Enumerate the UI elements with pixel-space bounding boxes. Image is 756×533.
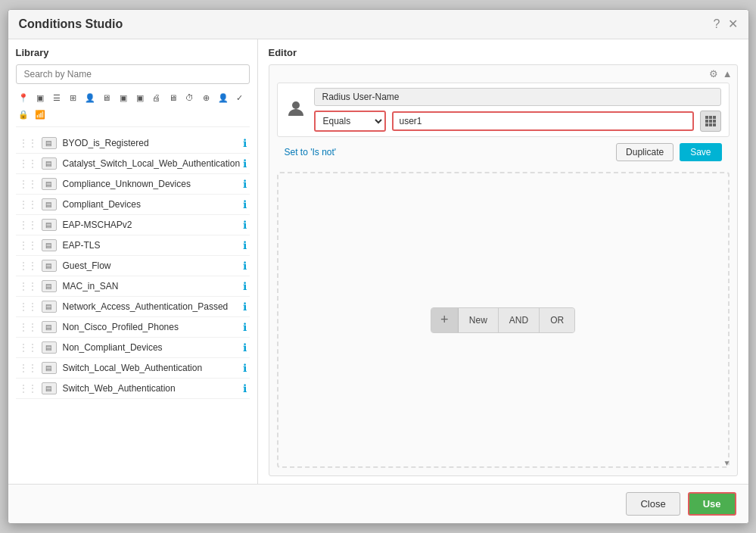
new-button[interactable]: New bbox=[459, 308, 499, 332]
info-icon[interactable]: ℹ bbox=[243, 157, 247, 170]
conditions-studio-dialog: Conditions Studio ? ✕ Library 📍 ▣ ☰ ⊞ 👤 … bbox=[8, 9, 749, 524]
list-item[interactable]: ⋮⋮ ▤ Guest_Flow ℹ bbox=[16, 256, 250, 276]
save-button[interactable]: Save bbox=[680, 143, 721, 161]
info-icon[interactable]: ℹ bbox=[243, 239, 247, 251]
list-item[interactable]: ⋮⋮ ▤ EAP-MSCHAPv2 ℹ bbox=[16, 215, 250, 235]
filter-list-icon[interactable]: ☰ bbox=[49, 90, 64, 105]
equals-select[interactable]: Equals Not Equals Contains Starts With E… bbox=[314, 111, 386, 132]
item-name: Network_Access_Authentication_Passed bbox=[63, 301, 243, 312]
editor-dashed-area: + New AND OR bbox=[277, 172, 730, 468]
duplicate-button[interactable]: Duplicate bbox=[616, 143, 674, 161]
add-plus-button[interactable]: + bbox=[431, 308, 459, 332]
library-label: Library bbox=[16, 47, 250, 58]
filter-box-icon[interactable]: ▣ bbox=[132, 90, 148, 105]
filter-square-icon[interactable]: ▣ bbox=[116, 90, 131, 105]
info-icon[interactable]: ℹ bbox=[243, 280, 247, 292]
item-icon: ▤ bbox=[42, 219, 57, 231]
list-item[interactable]: ⋮⋮ ▤ Switch_Web_Authentication ℹ bbox=[16, 379, 250, 399]
use-button[interactable]: Use bbox=[688, 492, 736, 516]
action-buttons: Duplicate Save bbox=[616, 143, 721, 161]
editor-label: Editor bbox=[269, 47, 738, 58]
help-icon[interactable]: ? bbox=[714, 18, 720, 30]
list-item[interactable]: ⋮⋮ ▤ Non_Cisco_Profiled_Phones ℹ bbox=[16, 317, 250, 338]
info-icon[interactable]: ℹ bbox=[243, 362, 247, 374]
or-button[interactable]: OR bbox=[540, 308, 574, 332]
svg-rect-4 bbox=[705, 120, 708, 123]
item-icon: ▤ bbox=[42, 362, 57, 374]
settings-icon[interactable]: ⚙ bbox=[709, 68, 718, 79]
svg-rect-9 bbox=[713, 123, 716, 126]
close-icon[interactable]: ✕ bbox=[728, 18, 738, 30]
item-icon: ▤ bbox=[42, 321, 57, 333]
filter-time-icon[interactable]: ⏱ bbox=[182, 90, 198, 105]
filter-monitor-icon[interactable]: 🖥 bbox=[99, 90, 114, 105]
list-item[interactable]: ⋮⋮ ▤ Catalyst_Switch_Local_Web_Authentic… bbox=[16, 154, 250, 174]
collapse-icon[interactable]: ▲ bbox=[723, 68, 733, 79]
list-item[interactable]: ⋮⋮ ▤ MAC_in_SAN ℹ bbox=[16, 276, 250, 297]
filter-user-icon[interactable]: 👤 bbox=[82, 90, 98, 105]
library-list: ⋮⋮ ▤ BYOD_is_Registered ℹ ⋮⋮ ▤ Catalyst_… bbox=[16, 133, 250, 476]
editor-panel: Editor ⚙ ▲ Radius User-Na bbox=[258, 39, 748, 484]
filter-printer-icon[interactable]: 🖨 bbox=[149, 90, 164, 105]
item-icon: ▤ bbox=[42, 301, 57, 313]
close-button[interactable]: Close bbox=[626, 492, 680, 516]
radius-label: Radius User-Name bbox=[314, 88, 721, 106]
scroll-down-icon[interactable]: ▼ bbox=[720, 456, 734, 469]
item-icon: ▤ bbox=[42, 198, 57, 210]
info-icon[interactable]: ℹ bbox=[243, 341, 247, 354]
header-icons: ? ✕ bbox=[714, 18, 738, 30]
editor-top-icons: ⚙ ▲ bbox=[269, 65, 737, 83]
drag-handle: ⋮⋮ bbox=[19, 383, 37, 394]
info-icon[interactable]: ℹ bbox=[243, 137, 247, 149]
filter-check-icon[interactable]: ✓ bbox=[232, 90, 247, 105]
svg-point-0 bbox=[292, 101, 300, 109]
filter-wifi-icon[interactable]: 📶 bbox=[33, 107, 48, 122]
svg-rect-1 bbox=[705, 116, 708, 119]
filter-plus-icon[interactable]: ⊕ bbox=[199, 90, 214, 105]
grid-picker-icon[interactable] bbox=[700, 111, 721, 132]
icon-toolbar: 📍 ▣ ☰ ⊞ 👤 🖥 ▣ ▣ 🖨 🖥 ⏱ ⊕ 👤 ✓ 🔒 📶 bbox=[16, 90, 250, 127]
list-item[interactable]: ⋮⋮ ▤ Compliance_Unknown_Devices ℹ bbox=[16, 174, 250, 195]
filter-person-icon[interactable]: 👤 bbox=[216, 90, 231, 105]
filter-grid-icon[interactable]: ▣ bbox=[33, 90, 48, 105]
filter-device-icon[interactable]: ⊞ bbox=[66, 90, 81, 105]
info-icon[interactable]: ℹ bbox=[243, 301, 247, 313]
info-icon[interactable]: ℹ bbox=[243, 178, 247, 190]
filter-location-icon[interactable]: 📍 bbox=[16, 90, 31, 105]
user-avatar-icon bbox=[285, 98, 306, 123]
drag-handle: ⋮⋮ bbox=[19, 363, 37, 373]
list-item[interactable]: ⋮⋮ ▤ Network_Access_Authentication_Passe… bbox=[16, 297, 250, 317]
item-name: Guest_Flow bbox=[63, 260, 243, 271]
drag-handle: ⋮⋮ bbox=[19, 301, 37, 312]
item-name: MAC_in_SAN bbox=[63, 281, 243, 291]
list-item[interactable]: ⋮⋮ ▤ BYOD_is_Registered ℹ bbox=[16, 133, 250, 154]
info-icon[interactable]: ℹ bbox=[243, 382, 247, 394]
condition-actions: Set to 'Is not' Duplicate Save bbox=[277, 140, 730, 164]
value-input[interactable] bbox=[392, 111, 694, 131]
drag-handle: ⋮⋮ bbox=[19, 199, 37, 210]
item-icon: ▤ bbox=[42, 157, 57, 170]
set-to-text[interactable]: Set to 'Is not' bbox=[285, 147, 337, 157]
filter-lock-icon[interactable]: 🔒 bbox=[16, 107, 31, 122]
list-item[interactable]: ⋮⋮ ▤ Switch_Local_Web_Authentication ℹ bbox=[16, 358, 250, 379]
item-icon: ▤ bbox=[42, 137, 57, 149]
info-icon[interactable]: ℹ bbox=[243, 198, 247, 210]
item-name: Compliant_Devices bbox=[63, 199, 243, 210]
list-item[interactable]: ⋮⋮ ▤ EAP-TLS ℹ bbox=[16, 235, 250, 256]
svg-rect-8 bbox=[709, 123, 712, 126]
list-item[interactable]: ⋮⋮ ▤ Compliant_Devices ℹ bbox=[16, 195, 250, 215]
search-input[interactable] bbox=[16, 64, 250, 84]
filter-screen-icon[interactable]: 🖥 bbox=[166, 90, 181, 105]
info-icon[interactable]: ℹ bbox=[243, 321, 247, 333]
dialog-header: Conditions Studio ? ✕ bbox=[8, 10, 748, 39]
info-icon[interactable]: ℹ bbox=[243, 260, 247, 272]
and-button[interactable]: AND bbox=[499, 308, 540, 332]
drag-handle: ⋮⋮ bbox=[19, 220, 37, 230]
item-name: Catalyst_Switch_Local_Web_Authentication bbox=[63, 158, 243, 169]
item-name: Compliance_Unknown_Devices bbox=[63, 179, 243, 189]
item-name: BYOD_is_Registered bbox=[63, 138, 243, 148]
drag-handle: ⋮⋮ bbox=[19, 138, 37, 148]
info-icon[interactable]: ℹ bbox=[243, 219, 247, 231]
condition-inputs: Equals Not Equals Contains Starts With E… bbox=[314, 111, 721, 132]
list-item[interactable]: ⋮⋮ ▤ Non_Compliant_Devices ℹ bbox=[16, 338, 250, 358]
